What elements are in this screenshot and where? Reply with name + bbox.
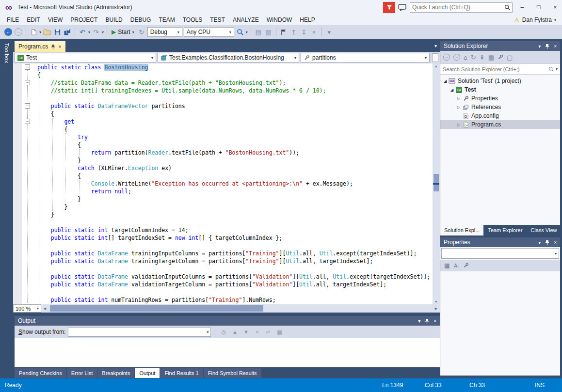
panel-tab-team-explorer[interactable]: Team Explorer xyxy=(484,225,526,235)
bottom-tab-output[interactable]: Output xyxy=(135,368,160,378)
menu-item-project[interactable]: PROJECT xyxy=(66,15,101,25)
clear-bookmarks-icon[interactable]: × xyxy=(310,27,319,37)
close-panel-icon[interactable]: × xyxy=(554,44,557,49)
undo-dropdown-icon[interactable]: ▾ xyxy=(88,30,90,34)
outline-collapse-box[interactable]: − xyxy=(25,103,30,109)
forward-icon[interactable]: → xyxy=(453,54,460,61)
menu-item-file[interactable]: FILE xyxy=(3,15,23,25)
split-editor-handle[interactable] xyxy=(432,53,438,62)
menu-item-tools[interactable]: TOOLS xyxy=(179,15,206,25)
solution-explorer-icon[interactable]: ▤ xyxy=(254,27,263,37)
feedback-icon[interactable] xyxy=(398,3,407,11)
scroll-right-icon[interactable]: ▶ xyxy=(433,307,440,311)
notification-hub-button[interactable] xyxy=(383,2,395,13)
bottom-tab-pending-checkins[interactable]: Pending Checkins xyxy=(15,368,66,378)
tree-expander-icon[interactable]: ◢ xyxy=(449,88,455,92)
redo-dropdown-icon[interactable]: ▾ xyxy=(102,30,104,34)
properties-object-select[interactable]: ▾ xyxy=(441,248,559,259)
refresh-icon[interactable]: ↻ xyxy=(137,27,146,37)
next-message-icon[interactable]: ▼ xyxy=(241,328,250,336)
tree-item-properties[interactable]: ▷Properties xyxy=(440,94,560,103)
tree-item-references[interactable]: ▷References xyxy=(440,103,560,111)
new-file-dropdown-icon[interactable]: ▾ xyxy=(39,30,41,34)
code-editor[interactable]: public static class BostonHousing{ //sta… xyxy=(13,63,440,304)
output-content[interactable] xyxy=(15,338,440,367)
maximize-button[interactable]: □ xyxy=(532,1,546,14)
quick-launch-input[interactable] xyxy=(412,4,504,11)
pin-icon[interactable] xyxy=(425,318,429,324)
navigate-forward-icon[interactable]: → xyxy=(14,27,23,37)
outline-collapse-box[interactable]: − xyxy=(25,119,30,124)
solution-explorer-header[interactable]: Solution Explorer ▾ × xyxy=(440,41,560,51)
tree-expander-icon[interactable]: ▷ xyxy=(456,123,462,127)
toolbox-tab[interactable]: Toolbox xyxy=(0,41,13,99)
start-debugging-button[interactable]: ▶ Start ▾ xyxy=(110,29,136,35)
previous-bookmark-icon[interactable]: ↥ xyxy=(289,27,298,37)
previous-message-icon[interactable]: ▲ xyxy=(230,328,239,336)
quick-launch-box[interactable] xyxy=(410,2,513,13)
bottom-tab-error-list[interactable]: Error List xyxy=(67,368,97,378)
search-options-icon[interactable]: ▾ xyxy=(556,67,558,71)
tree-item-program-cs[interactable]: ▷C#Program.cs xyxy=(440,120,560,129)
show-all-files-icon[interactable]: ▤ xyxy=(488,54,494,61)
tree-expander-icon[interactable]: ▷ xyxy=(456,105,462,110)
alphabetical-icon[interactable]: A↓ xyxy=(454,263,459,268)
scroll-left-icon[interactable]: ◀ xyxy=(41,307,48,311)
navigate-backward-icon[interactable]: ← xyxy=(4,27,13,37)
bottom-tab-find-symbol-results[interactable]: Find Symbol Results xyxy=(204,368,261,378)
tree-item-app-config[interactable]: App.config xyxy=(440,111,560,120)
properties-header[interactable]: Properties ▾ × xyxy=(440,237,560,247)
properties-grid[interactable] xyxy=(440,271,560,376)
menu-item-help[interactable]: HELP xyxy=(296,15,319,25)
menu-item-analyze[interactable]: ANALYZE xyxy=(229,15,263,25)
pin-icon[interactable] xyxy=(51,44,55,49)
toggle-bookmark-button[interactable] xyxy=(279,27,288,37)
save-all-button[interactable] xyxy=(63,27,72,37)
tree-expander-icon[interactable]: ▷ xyxy=(456,96,462,101)
find-in-files-button[interactable] xyxy=(236,27,244,37)
preview-selected-items-icon[interactable]: ▢ xyxy=(507,54,513,61)
back-icon[interactable]: ← xyxy=(443,54,450,61)
save-button[interactable] xyxy=(53,27,62,37)
account-area[interactable]: ⚠ Dan Fylstra ▾ xyxy=(514,16,562,24)
sync-with-active-document-icon[interactable]: ↻ xyxy=(471,54,476,61)
properties-window-icon[interactable]: ▥ xyxy=(264,27,273,37)
panel-tab-solution-expl[interactable]: Solution Expl... xyxy=(440,225,483,235)
menu-item-edit[interactable]: EDIT xyxy=(23,15,44,25)
new-file-button[interactable] xyxy=(29,27,38,37)
next-bookmark-icon[interactable]: ↧ xyxy=(300,27,308,37)
tree-item-solution-test-1-project[interactable]: ◢Solution 'Test' (1 project) xyxy=(440,77,560,85)
close-panel-icon[interactable]: × xyxy=(434,318,436,324)
word-wrap-icon[interactable]: ↵ xyxy=(264,328,273,336)
vertical-scrollbar-thumb[interactable] xyxy=(434,174,439,191)
pin-icon[interactable] xyxy=(545,44,549,49)
window-position-dropdown-icon[interactable]: ▾ xyxy=(538,240,541,245)
horizontal-scrollbar-thumb[interactable] xyxy=(50,305,263,312)
toolbar-overflow-icon[interactable]: ▾ xyxy=(325,27,334,37)
bottom-tab-breakpoints[interactable]: Breakpoints xyxy=(97,368,134,378)
close-button[interactable]: × xyxy=(548,1,562,14)
outline-collapse-box[interactable]: − xyxy=(25,64,30,70)
collapse-all-icon[interactable]: ⇞ xyxy=(480,54,485,61)
panel-tab-class-view[interactable]: Class View xyxy=(527,225,561,235)
open-file-button[interactable] xyxy=(43,27,51,37)
tree-expander-icon[interactable]: ◢ xyxy=(442,79,448,83)
close-tab-icon[interactable]: × xyxy=(58,44,61,49)
menu-item-team[interactable]: TEAM xyxy=(155,15,178,25)
type-dropdown[interactable]: Test.Examples.Classification.BostonHousi… xyxy=(158,53,299,63)
scroll-up-icon[interactable]: ▲ xyxy=(433,64,440,68)
document-list-dropdown-icon[interactable]: ▾ xyxy=(434,43,437,48)
toggle-output-icon[interactable]: ▦ xyxy=(275,328,284,336)
scroll-down-icon[interactable]: ▼ xyxy=(433,300,440,303)
categorized-icon[interactable]: ▦ xyxy=(444,262,450,269)
menu-item-test[interactable]: TEST xyxy=(206,15,229,25)
find-message-icon[interactable]: ◎ xyxy=(219,328,228,336)
home-icon[interactable]: ⌂ xyxy=(464,54,467,61)
solution-explorer-search[interactable]: ▾ xyxy=(440,63,560,75)
close-panel-icon[interactable]: × xyxy=(554,240,557,245)
output-source-select[interactable]: ▾ xyxy=(68,328,211,337)
zoom-select[interactable]: 100 % ▾ xyxy=(13,304,41,313)
menu-item-view[interactable]: VIEW xyxy=(44,15,67,25)
property-pages-icon[interactable] xyxy=(463,263,469,268)
menu-item-build[interactable]: BUILD xyxy=(101,15,126,25)
